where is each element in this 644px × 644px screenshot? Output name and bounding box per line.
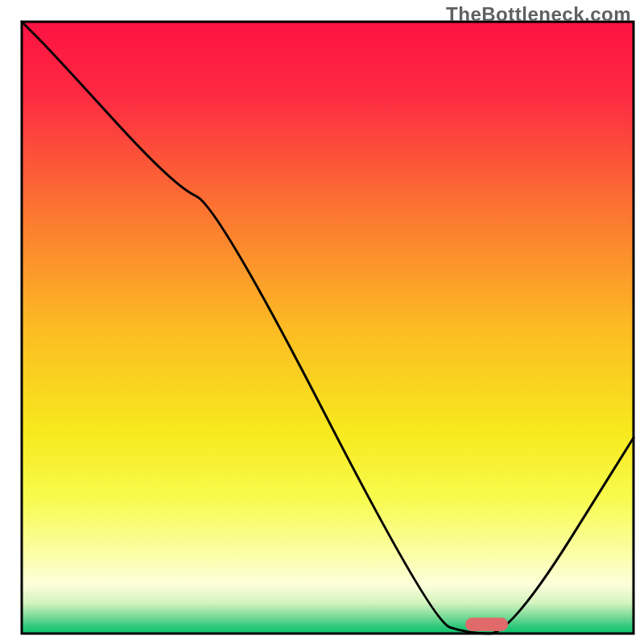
chart-background (22, 22, 634, 634)
bottleneck-chart (0, 0, 644, 644)
marker-pill (465, 617, 508, 631)
chart-frame: TheBottleneck.com (0, 0, 644, 644)
watermark-text: TheBottleneck.com (446, 3, 631, 26)
